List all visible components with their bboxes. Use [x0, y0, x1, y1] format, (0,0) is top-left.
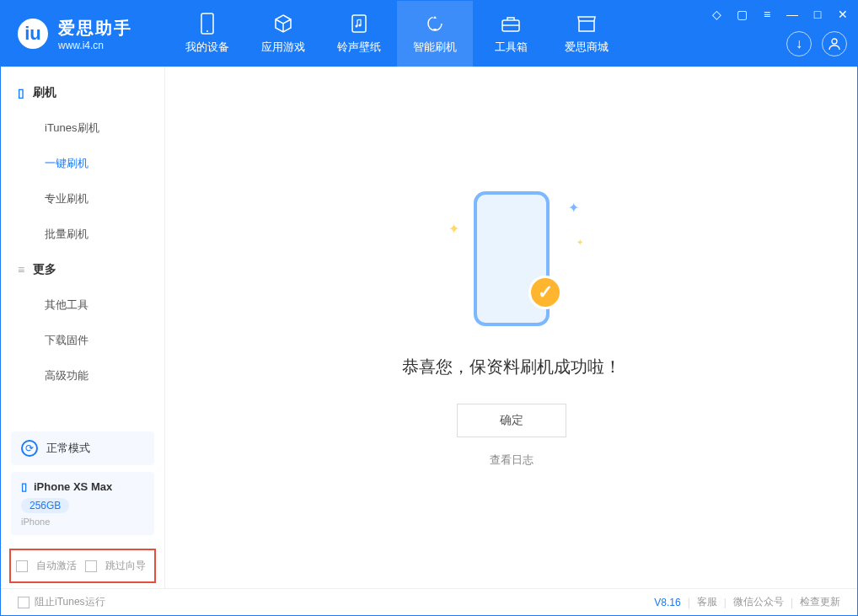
checkbox-auto-activate[interactable] — [16, 560, 28, 572]
nav-label: 智能刷机 — [413, 40, 457, 55]
checkbox-label: 自动激活 — [36, 559, 77, 573]
store-icon — [576, 13, 598, 35]
phone-icon: ▯ — [18, 86, 24, 99]
version-label: V8.16 — [654, 597, 680, 608]
nav-tab-toolbox[interactable]: 工具箱 — [473, 1, 549, 67]
device-icon: ▯ — [21, 480, 27, 493]
nav-tab-store[interactable]: 爱思商城 — [549, 1, 625, 67]
sparkle-icon: ✦ — [448, 221, 459, 237]
sparkle-icon: ✦ — [576, 238, 583, 247]
checkbox-block-itunes[interactable] — [18, 597, 29, 608]
device-name-row: ▯ iPhone XS Max — [21, 480, 144, 493]
sidebar-item-oneclick-flash[interactable]: 一键刷机 — [1, 146, 164, 181]
sidebar-section-flash: ▯ 刷机 — [1, 75, 164, 110]
app-title: 爱思助手 — [58, 17, 132, 40]
device-box[interactable]: ▯ iPhone XS Max 256GB iPhone — [11, 472, 154, 535]
footer-left: 阻止iTunes运行 — [18, 595, 105, 609]
nav-label: 爱思商城 — [565, 40, 609, 55]
capacity-badge: 256GB — [21, 498, 69, 513]
box-icon[interactable]: ▢ — [734, 8, 749, 21]
sidebar-item-batch-flash[interactable]: 批量刷机 — [1, 217, 164, 252]
block-itunes-label: 阻止iTunes运行 — [35, 595, 105, 609]
device-name: iPhone XS Max — [34, 480, 112, 493]
check-badge-icon: ✓ — [528, 276, 562, 309]
window-controls: ◇ ▢ ≡ — □ ✕ — [709, 8, 850, 21]
menu-icon[interactable]: ≡ — [759, 8, 775, 21]
header-action-icons: ↓ — [786, 31, 847, 56]
logo-text: 爱思助手 www.i4.cn — [58, 17, 132, 51]
cube-icon — [272, 13, 294, 35]
svg-point-3 — [356, 25, 358, 28]
confirm-button[interactable]: 确定 — [457, 404, 566, 437]
maximize-icon[interactable]: □ — [810, 8, 825, 21]
nav-label: 应用游戏 — [261, 40, 305, 55]
nav-label: 铃声壁纸 — [337, 40, 381, 55]
app-subtitle: www.i4.cn — [58, 40, 132, 51]
sparkle-icon: ✦ — [568, 200, 579, 216]
refresh-icon — [424, 13, 446, 35]
nav-tab-apps[interactable]: 应用游戏 — [245, 1, 321, 67]
header: iu 爱思助手 www.i4.cn 我的设备 应用游戏 铃声壁纸 智能刷机 — [1, 1, 857, 67]
svg-point-1 — [206, 30, 208, 32]
mode-icon: ⟳ — [21, 440, 38, 457]
checkbox-skip-wizard[interactable] — [85, 560, 97, 572]
nav-tab-device[interactable]: 我的设备 — [169, 1, 245, 67]
nav-label: 工具箱 — [495, 40, 528, 55]
body: ▯ 刷机 iTunes刷机 一键刷机 专业刷机 批量刷机 ≡ 更多 其他工具 下… — [1, 67, 857, 588]
mode-label: 正常模式 — [46, 441, 90, 456]
footer-link-support[interactable]: 客服 — [697, 595, 717, 609]
sidebar-item-advanced[interactable]: 高级功能 — [1, 358, 164, 394]
sidebar-section-more: ≡ 更多 — [1, 252, 164, 287]
music-icon — [348, 13, 370, 35]
app-window: iu 爱思助手 www.i4.cn 我的设备 应用游戏 铃声壁纸 智能刷机 — [0, 0, 858, 616]
nav-tab-flash[interactable]: 智能刷机 — [397, 1, 473, 67]
mode-box[interactable]: ⟳ 正常模式 — [11, 431, 154, 465]
checkbox-label: 跳过向导 — [105, 559, 146, 573]
sidebar-item-other-tools[interactable]: 其他工具 — [1, 287, 164, 323]
svg-rect-2 — [352, 15, 366, 32]
menu-icon: ≡ — [18, 263, 24, 276]
device-type: iPhone — [21, 517, 144, 527]
logo-area: iu 爱思助手 www.i4.cn — [1, 17, 169, 51]
user-icon[interactable] — [822, 31, 847, 56]
footer-link-wechat[interactable]: 微信公众号 — [733, 595, 784, 609]
nav-tab-ringtones[interactable]: 铃声壁纸 — [321, 1, 397, 67]
view-log-link[interactable]: 查看日志 — [490, 453, 534, 468]
toolbox-icon — [500, 13, 522, 35]
footer: 阻止iTunes运行 V8.16 | 客服 | 微信公众号 | 检查更新 — [1, 588, 857, 615]
footer-right: V8.16 | 客服 | 微信公众号 | 检查更新 — [654, 595, 840, 609]
sidebar-item-pro-flash[interactable]: 专业刷机 — [1, 181, 164, 217]
section-title: 更多 — [33, 262, 56, 277]
shirt-icon[interactable]: ◇ — [709, 8, 724, 21]
section-title: 刷机 — [33, 85, 56, 100]
svg-point-7 — [832, 39, 837, 44]
close-icon[interactable]: ✕ — [835, 8, 850, 21]
phone-icon — [196, 13, 218, 35]
download-icon[interactable]: ↓ — [786, 31, 812, 56]
sidebar-item-itunes-flash[interactable]: iTunes刷机 — [1, 110, 164, 146]
logo-icon: iu — [18, 19, 48, 49]
success-message: 恭喜您，保资料刷机成功啦！ — [402, 356, 621, 378]
nav-label: 我的设备 — [185, 40, 229, 55]
main-content: ✦ ✦ ✦ ✓ 恭喜您，保资料刷机成功啦！ 确定 查看日志 — [165, 67, 857, 588]
sidebar-item-download-firmware[interactable]: 下载固件 — [1, 323, 164, 358]
svg-point-5 — [428, 17, 442, 30]
sidebar: ▯ 刷机 iTunes刷机 一键刷机 专业刷机 批量刷机 ≡ 更多 其他工具 下… — [1, 67, 165, 588]
nav-tabs: 我的设备 应用游戏 铃声壁纸 智能刷机 工具箱 爱思商城 — [169, 1, 625, 67]
highlighted-options: 自动激活 跳过向导 — [9, 549, 156, 583]
success-illustration: ✦ ✦ ✦ ✓ — [465, 187, 558, 330]
svg-point-4 — [359, 24, 362, 27]
footer-link-update[interactable]: 检查更新 — [800, 595, 840, 609]
minimize-icon[interactable]: — — [785, 8, 800, 21]
